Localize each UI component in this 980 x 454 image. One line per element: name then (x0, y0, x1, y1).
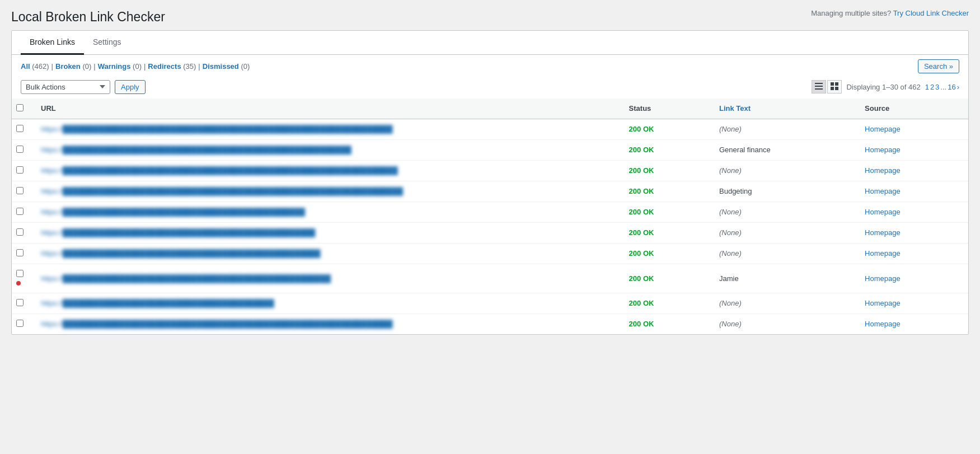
table-body: https://████████████████████████████████… (12, 119, 968, 334)
row-link-text: (None) (719, 125, 742, 133)
svg-rect-5 (831, 87, 834, 90)
row-checkbox[interactable] (16, 187, 24, 194)
row-status: 200 OK (629, 208, 654, 216)
page-16-link[interactable]: 16 (948, 83, 955, 91)
filter-redirects-link[interactable]: Redirects (148, 62, 181, 71)
row-url-cell: https://████████████████████████████████… (32, 119, 620, 139)
row-checkbox[interactable] (16, 125, 24, 132)
grid-view-icon (831, 82, 838, 90)
row-checkbox-cell (12, 264, 32, 293)
row-checkbox-cell (12, 293, 32, 313)
row-checkbox[interactable] (16, 208, 24, 215)
apply-button[interactable]: Apply (115, 80, 146, 94)
row-checkbox[interactable] (16, 166, 24, 174)
row-source-cell: Homepage (856, 293, 968, 313)
table-row: https://████████████████████████████████… (12, 222, 968, 243)
page-2-link[interactable]: 2 (930, 83, 934, 91)
row-source-link[interactable]: Homepage (865, 166, 901, 175)
row-status-cell: 200 OK (620, 293, 710, 313)
row-url-link[interactable]: https://████████████████████████████████… (41, 125, 393, 133)
row-source-link[interactable]: Homepage (865, 320, 901, 328)
filter-all-link[interactable]: All (21, 62, 30, 71)
filter-warnings-link[interactable]: Warnings (98, 62, 131, 71)
row-status-cell: 200 OK (620, 119, 710, 139)
row-link-text: (None) (719, 166, 742, 175)
displaying-num: Displaying 1–30 of 462 (846, 83, 920, 91)
dot-indicator (16, 281, 21, 285)
row-checkbox[interactable] (16, 146, 24, 153)
row-url-link[interactable]: https://████████████████████████████████… (41, 249, 321, 258)
row-source-link[interactable]: Homepage (865, 208, 901, 216)
row-link-text-cell: (None) (710, 160, 856, 181)
table-row: https://████████████████████████████████… (12, 139, 968, 160)
row-status: 200 OK (629, 299, 654, 307)
row-url-link[interactable]: https://████████████████████████████████… (41, 208, 305, 216)
row-checkbox-cell (12, 139, 32, 160)
tab-broken-links[interactable]: Broken Links (21, 31, 84, 55)
row-url-link[interactable]: https://████████████████████████████████… (41, 228, 315, 237)
row-source-link[interactable]: Homepage (865, 249, 901, 258)
row-checkbox[interactable] (16, 249, 24, 256)
row-source-link[interactable]: Homepage (865, 146, 901, 154)
view-grid-button[interactable] (827, 80, 842, 93)
row-source-link[interactable]: Homepage (865, 299, 901, 307)
row-url-cell: https://████████████████████████████████… (32, 293, 620, 313)
th-status: Status (620, 99, 710, 119)
list-view-icon (815, 82, 823, 90)
page-next-link[interactable]: › (957, 83, 959, 91)
bulk-actions-select[interactable]: Bulk Actions Delete (21, 80, 110, 94)
page-3-link[interactable]: 3 (935, 83, 939, 91)
select-all-checkbox[interactable] (16, 104, 24, 111)
row-source-cell: Homepage (856, 139, 968, 160)
table-row: https://████████████████████████████████… (12, 313, 968, 334)
row-url-link[interactable]: https://████████████████████████████████… (41, 274, 331, 283)
row-status: 200 OK (629, 187, 654, 195)
row-checkbox-cell (12, 222, 32, 243)
table-row: https://████████████████████████████████… (12, 181, 968, 202)
row-checkbox[interactable] (16, 299, 24, 306)
row-checkbox[interactable] (16, 228, 24, 236)
row-checkbox[interactable] (16, 270, 24, 277)
row-checkbox-cell (12, 119, 32, 139)
th-link-text-sort[interactable]: Link Text (719, 104, 751, 113)
row-checkbox[interactable] (16, 320, 24, 327)
filter-links: All (462) | Broken (0) | Warnings (0) | … (21, 62, 250, 71)
row-source-cell: Homepage (856, 160, 968, 181)
page-1-link[interactable]: 1 (925, 83, 929, 91)
search-button[interactable]: Search » (918, 59, 959, 73)
tabs-nav: Broken Links Settings (12, 31, 968, 55)
row-source-cell: Homepage (856, 243, 968, 264)
view-list-button[interactable] (812, 80, 826, 93)
tab-settings[interactable]: Settings (84, 31, 130, 55)
cloud-link[interactable]: Try Cloud Link Checker (893, 9, 969, 17)
row-url-link[interactable]: https://████████████████████████████████… (41, 146, 351, 154)
row-status-cell: 200 OK (620, 264, 710, 293)
row-url-link[interactable]: https://████████████████████████████████… (41, 299, 274, 307)
tablenav-right: Displaying 1–30 of 462 1 2 3 ... 16 › (812, 80, 959, 93)
row-link-text: (None) (719, 320, 742, 328)
pagination-links: 1 2 3 ... 16 › (925, 83, 959, 91)
cloud-link-text: Managing multiple sites? Try Cloud Link … (811, 9, 969, 17)
row-status: 200 OK (629, 320, 654, 328)
row-status: 200 OK (629, 166, 654, 175)
row-source-link[interactable]: Homepage (865, 274, 901, 283)
row-source-link[interactable]: Homepage (865, 187, 901, 195)
row-checkbox-cell (12, 313, 32, 334)
filter-all: All (462) (21, 62, 49, 71)
filter-broken-link[interactable]: Broken (55, 62, 81, 71)
row-link-text-cell: (None) (710, 243, 856, 264)
row-link-text-cell: (None) (710, 313, 856, 334)
view-toggle (812, 80, 842, 93)
row-link-text-cell: General finance (710, 139, 856, 160)
row-source-link[interactable]: Homepage (865, 125, 901, 133)
row-link-text-cell: (None) (710, 293, 856, 313)
row-url-link[interactable]: https://████████████████████████████████… (41, 187, 403, 195)
filter-dismissed-link[interactable]: Dismissed (203, 62, 239, 71)
row-status-cell: 200 OK (620, 202, 710, 222)
row-link-text: Jamie (719, 274, 739, 283)
row-url-link[interactable]: https://████████████████████████████████… (41, 320, 393, 328)
table-row: https://████████████████████████████████… (12, 293, 968, 313)
row-link-text: General finance (719, 146, 771, 154)
row-url-link[interactable]: https://████████████████████████████████… (41, 166, 398, 175)
row-source-link[interactable]: Homepage (865, 228, 901, 237)
